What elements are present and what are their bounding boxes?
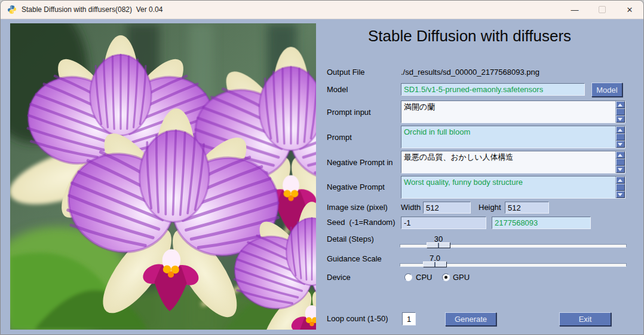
scroll-down-icon[interactable] <box>616 141 625 148</box>
steps-slider-handle[interactable] <box>427 242 450 248</box>
maximize-icon <box>599 6 606 13</box>
generated-seed-value: 2177568093 <box>492 217 591 229</box>
output-file-label: Output File <box>327 68 365 77</box>
radio-cpu-label: CPU <box>416 273 432 282</box>
radio-gpu[interactable] <box>442 273 450 281</box>
python-icon <box>7 5 17 14</box>
negative-prompt-label: Negative Prompt <box>327 182 385 191</box>
close-button[interactable]: ✕ <box>616 1 643 19</box>
height-label: Height <box>479 203 501 212</box>
guidance-slider-handle[interactable] <box>423 261 447 267</box>
width-input[interactable] <box>423 202 471 214</box>
seed-input[interactable] <box>401 217 486 229</box>
guidance-slider[interactable]: 7.0 <box>400 254 627 268</box>
generated-image-preview <box>10 23 316 330</box>
model-label: Model <box>327 85 348 94</box>
model-button[interactable]: Model <box>591 83 622 97</box>
titlebar: Stable Diffusion with diffusers(082) Ver… <box>1 1 643 19</box>
prompt-input-field[interactable]: 満開の蘭 <box>401 100 625 123</box>
scroll-down-icon[interactable] <box>616 115 625 123</box>
prompt-input-scrollbar[interactable] <box>615 101 625 123</box>
height-input[interactable] <box>505 202 549 214</box>
prompt-scrollbar[interactable] <box>615 126 625 148</box>
orchid-image <box>10 23 316 330</box>
loop-count-input[interactable] <box>402 312 416 325</box>
scroll-up-icon[interactable] <box>616 176 625 184</box>
scrollbar-thumb[interactable] <box>616 133 625 141</box>
page-title: Stable Diffusion with diffusers <box>326 27 613 45</box>
maximize-button <box>588 1 616 19</box>
app-window: Stable Diffusion with diffusers(082) Ver… <box>0 0 644 335</box>
negative-prompt-input-field[interactable]: 最悪の品質、おかしい人体構造 <box>401 151 625 173</box>
prompt-field[interactable]: Orchid in full bloom <box>401 126 625 148</box>
guidance-scale-label: Guidance Scale <box>327 254 382 263</box>
steps-slider[interactable]: 30 <box>400 234 627 249</box>
scrollbar-thumb[interactable] <box>616 184 625 191</box>
radio-gpu-label: GPU <box>453 273 470 282</box>
scroll-down-icon[interactable] <box>616 191 625 198</box>
image-size-label: Image size (pixel) <box>327 203 388 212</box>
prompt-input-text[interactable]: 満開の蘭 <box>401 101 615 123</box>
generate-button[interactable]: Generate <box>445 312 496 326</box>
radio-cpu[interactable] <box>404 273 412 281</box>
width-label: Width <box>401 203 421 212</box>
negative-prompt-field[interactable]: Worst quality, funny body structure <box>401 176 625 199</box>
device-label: Device <box>327 273 351 282</box>
minimize-button[interactable]: — <box>561 1 588 19</box>
seed-label: Seed (-1=Random) <box>327 218 395 227</box>
scroll-up-icon[interactable] <box>616 151 625 159</box>
negative-prompt-scrollbar[interactable] <box>615 176 625 198</box>
output-file-value: ./sd_results/sd_00000_2177568093.png <box>401 68 539 77</box>
negative-prompt-input-label: Negative Prompt in <box>327 158 393 167</box>
model-field[interactable]: SD1.5/v1-5-pruned-emaonly.safetensors <box>401 83 585 96</box>
scrollbar-thumb[interactable] <box>616 159 625 166</box>
scroll-down-icon[interactable] <box>616 166 625 173</box>
negative-prompt-input-text[interactable]: 最悪の品質、おかしい人体構造 <box>401 151 615 173</box>
negative-prompt-input-scrollbar[interactable] <box>615 151 625 173</box>
scroll-up-icon[interactable] <box>616 101 625 108</box>
negative-prompt-text[interactable]: Worst quality, funny body structure <box>401 176 615 198</box>
prompt-input-label: Prompt input <box>327 108 371 117</box>
scroll-up-icon[interactable] <box>616 126 625 133</box>
exit-button[interactable]: Exit <box>559 312 611 326</box>
prompt-label: Prompt <box>327 133 352 142</box>
steps-label: Detail (Steps) <box>327 234 374 243</box>
window-title: Stable Diffusion with diffusers(082) Ver… <box>22 5 162 14</box>
scrollbar-thumb[interactable] <box>616 108 625 116</box>
prompt-text[interactable]: Orchid in full bloom <box>401 126 615 148</box>
loop-count-label: Loop count (1-50) <box>327 314 388 323</box>
window-controls: — ✕ <box>561 1 643 19</box>
